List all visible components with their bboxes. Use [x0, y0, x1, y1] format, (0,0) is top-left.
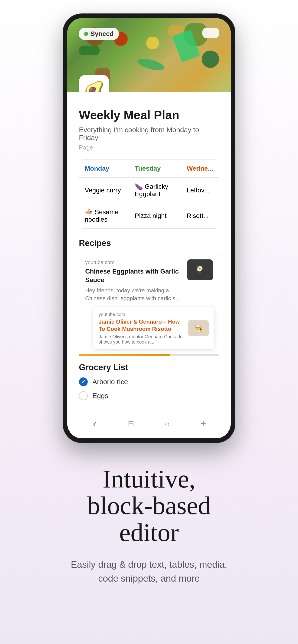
- overlay-content: youtube.com Jamie Oliver & Gennaro – How…: [99, 312, 184, 344]
- table-cell: Veggie curry: [79, 178, 129, 203]
- checkbox-checked[interactable]: ✓: [79, 378, 88, 386]
- recipe-thumbnail: 🍳: [187, 260, 213, 280]
- grocery-item-2[interactable]: Eggs: [79, 391, 219, 400]
- recipe-source: youtube.com: [85, 260, 182, 266]
- check-mark: ✓: [81, 379, 85, 385]
- page-subtitle: Everything I'm cooking from Monday to Fr…: [79, 126, 219, 142]
- recipes-heading: Recipes: [79, 238, 219, 248]
- meal-table: Monday Tuesday Wedne... Veggie curry 🍆 G…: [79, 160, 219, 228]
- table-header-monday: Monday: [79, 160, 129, 178]
- recipe-description: Hey friends, today we're making a Chines…: [85, 286, 182, 302]
- table-cell: Pizza night: [129, 203, 181, 228]
- recipe-thumb-emoji: 🍳: [194, 264, 206, 276]
- table-header-wednesday: Wedne...: [181, 160, 219, 178]
- table-cell: 🍜 Sesame noodles: [79, 203, 129, 228]
- recipe-card-1[interactable]: youtube.com Chinese Eggplants with Garli…: [79, 253, 219, 308]
- grocery-label-2: Eggs: [92, 392, 108, 400]
- search-button[interactable]: ⌕: [160, 418, 174, 429]
- table-row: Veggie curry 🍆 Garlicky Eggplant Leftov.…: [79, 178, 219, 203]
- checkbox-empty[interactable]: [79, 391, 88, 400]
- headline-line2: block-based editor: [87, 492, 210, 547]
- table-header-tuesday: Tuesday: [129, 160, 181, 178]
- phone-screen: Synced ··· 🥑 Weekly Meal Plan Everything…: [67, 18, 231, 438]
- table-row: 🍜 Sesame noodles Pizza night Risott...: [79, 203, 219, 228]
- add-button[interactable]: +: [196, 418, 210, 429]
- recipe-card-content: youtube.com Chinese Eggplants with Garli…: [85, 260, 182, 302]
- grocery-item-1[interactable]: ✓ Arborio rice: [79, 378, 219, 386]
- overlay-title: Jamie Oliver & Gennaro – How To Cook Mus…: [99, 318, 184, 332]
- marketing-headline: Intuitive, block-based editor: [63, 466, 235, 546]
- recipe-title: Chinese Eggplants with Garlic Sauce: [85, 267, 182, 284]
- table-cell: 🍆 Garlicky Eggplant: [129, 178, 181, 203]
- page-type: Page: [79, 144, 219, 151]
- overlay-thumbnail: 👨‍🍳: [188, 320, 209, 336]
- headline-line1: Intuitive,: [103, 465, 195, 493]
- grocery-label-1: Arborio rice: [92, 378, 128, 386]
- meal-table-wrapper: Monday Tuesday Wedne... Veggie curry 🍆 G…: [79, 160, 219, 228]
- synced-label: Synced: [91, 30, 114, 38]
- synced-badge: Synced: [79, 28, 119, 40]
- hero-image: Synced ··· 🥑: [67, 18, 231, 92]
- progress-bar-fill: [79, 354, 170, 356]
- marketing-section: Intuitive, block-based editor Easily dra…: [45, 442, 253, 604]
- phone-frame: Synced ··· 🥑 Weekly Meal Plan Everything…: [63, 14, 235, 442]
- table-cell: Leftov...: [181, 178, 219, 203]
- content-area: Weekly Meal Plan Everything I'm cooking …: [67, 92, 231, 412]
- progress-bar: [79, 354, 219, 356]
- app-icon: 🥑: [79, 75, 109, 92]
- more-button-label: ···: [207, 30, 214, 36]
- recipe-overlay: youtube.com Jamie Oliver & Gennaro – How…: [93, 307, 214, 349]
- marketing-subtext: Easily drag & drop text, tables, media, …: [63, 558, 235, 585]
- more-button[interactable]: ···: [202, 28, 219, 38]
- overlay-description: Jamie Oliver's mentor Gennaro Contaldo s…: [99, 334, 184, 345]
- bottom-nav: ‹ ⊞ ⌕ +: [67, 412, 231, 438]
- overlay-thumb-emoji: 👨‍🍳: [194, 324, 203, 332]
- recipe-overlay-card[interactable]: youtube.com Jamie Oliver & Gennaro – How…: [93, 307, 214, 349]
- table-cell: Risott...: [181, 203, 219, 228]
- app-icon-emoji: 🥑: [84, 80, 104, 92]
- page-title: Weekly Meal Plan: [79, 108, 219, 122]
- back-button[interactable]: ‹: [88, 418, 102, 429]
- home-button[interactable]: ⊞: [124, 418, 138, 429]
- overlay-source: youtube.com: [99, 312, 184, 317]
- grocery-heading: Grocery List: [79, 362, 219, 372]
- sync-status-dot: [84, 32, 88, 36]
